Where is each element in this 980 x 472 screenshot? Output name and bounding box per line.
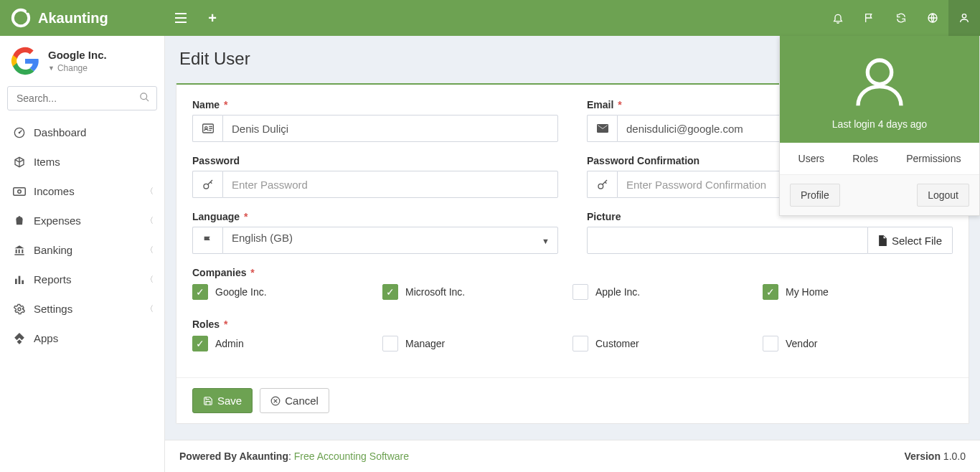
- key-icon: [587, 171, 617, 198]
- chevron-left-icon: 〈: [146, 215, 154, 226]
- bell-icon: [832, 12, 844, 24]
- notifications-button[interactable]: [822, 0, 854, 36]
- role-checkbox-vendor[interactable]: Vendor: [763, 336, 953, 351]
- language-label: Language *: [192, 211, 558, 222]
- sidebar-item-incomes[interactable]: Incomes〈: [0, 176, 164, 206]
- envelope-icon: [587, 115, 617, 142]
- svg-point-6: [962, 14, 966, 18]
- svg-rect-10: [14, 187, 26, 195]
- caret-down-icon: ▼: [48, 65, 55, 72]
- refresh-button[interactable]: [885, 0, 917, 36]
- checkbox-icon: ✓: [763, 284, 778, 300]
- profile-button[interactable]: Profile: [790, 184, 840, 207]
- menu-icon: [11, 156, 28, 168]
- company-checkbox-my-home[interactable]: ✓My Home: [763, 284, 953, 300]
- menu-icon: [11, 333, 28, 344]
- save-button[interactable]: Save: [192, 388, 253, 413]
- globe-icon: [927, 12, 938, 24]
- svg-point-18: [204, 184, 209, 189]
- sidebar-item-apps[interactable]: Apps: [0, 324, 164, 353]
- footer-link[interactable]: Free Accounting Software: [294, 450, 409, 462]
- svg-rect-14: [22, 280, 24, 283]
- plus-icon: +: [208, 10, 217, 27]
- name-input[interactable]: [222, 115, 558, 142]
- user-button[interactable]: [948, 0, 980, 36]
- cancel-button[interactable]: Cancel: [260, 388, 329, 413]
- menu-icon: [11, 127, 28, 138]
- svg-rect-3: [175, 17, 187, 19]
- flag-icon: [192, 227, 222, 254]
- footer: Powered By Akaunting: Free Accounting So…: [165, 440, 980, 472]
- svg-rect-2: [175, 13, 187, 14]
- sidebar-item-settings[interactable]: Settings〈: [0, 294, 164, 324]
- add-button[interactable]: +: [197, 0, 228, 36]
- menu-icon: [11, 187, 28, 197]
- sidebar-item-reports[interactable]: Reports〈: [0, 265, 164, 294]
- permissions-link[interactable]: Permissions: [906, 153, 961, 164]
- search-box: [7, 86, 157, 110]
- menu-toggle-button[interactable]: [165, 0, 197, 36]
- hamburger-icon: [175, 13, 187, 23]
- last-login-text: Last login 4 days ago: [787, 118, 972, 130]
- password-input[interactable]: [222, 171, 558, 198]
- svg-point-15: [18, 308, 21, 311]
- company-checkbox-google-inc-[interactable]: ✓Google Inc.: [192, 284, 382, 300]
- flag-button[interactable]: [854, 0, 885, 36]
- refresh-icon: [895, 12, 907, 24]
- menu-icon: [11, 245, 28, 256]
- sidebar-item-dashboard[interactable]: Dashboard: [0, 118, 164, 147]
- svg-rect-1: [27, 9, 29, 12]
- nav-right: [822, 0, 980, 36]
- globe-button[interactable]: [917, 0, 948, 36]
- menu-icon: [11, 303, 28, 315]
- user-icon: [958, 12, 970, 24]
- roles-link[interactable]: Roles: [852, 153, 878, 164]
- company-change[interactable]: ▼Change: [48, 63, 88, 73]
- chevron-left-icon: 〈: [146, 186, 154, 197]
- role-checkbox-manager[interactable]: Manager: [382, 336, 573, 351]
- svg-point-9: [19, 131, 21, 133]
- company-selector[interactable]: Google Inc. ▼Change: [0, 36, 164, 86]
- roles-label: Roles *: [192, 318, 953, 330]
- sidebar-item-items[interactable]: Items: [0, 147, 164, 176]
- role-checkbox-admin[interactable]: ✓Admin: [192, 336, 382, 351]
- svg-point-11: [18, 189, 22, 193]
- checkbox-icon: ✓: [192, 336, 208, 351]
- svg-point-7: [141, 93, 147, 100]
- picture-path: [587, 227, 868, 254]
- id-card-icon: [192, 115, 222, 142]
- select-file-button[interactable]: Select File: [868, 227, 953, 254]
- role-checkbox-customer[interactable]: Customer: [573, 336, 763, 351]
- users-link[interactable]: Users: [798, 153, 825, 164]
- flag-icon: [864, 12, 875, 24]
- svg-point-17: [204, 127, 207, 129]
- menu-icon: [11, 274, 28, 285]
- chevron-left-icon: 〈: [146, 245, 154, 255]
- checkbox-icon: [382, 336, 398, 351]
- user-avatar-icon: [851, 53, 908, 110]
- brand-text: Akaunting: [38, 10, 108, 27]
- company-name: Google Inc.: [48, 49, 107, 61]
- svg-rect-13: [19, 275, 21, 283]
- menu-icon: [11, 215, 28, 227]
- sidebar: Google Inc. ▼Change DashboardItemsIncome…: [0, 36, 165, 472]
- search-input[interactable]: [7, 86, 157, 110]
- company-checkbox-microsoft-inc-[interactable]: ✓Microsoft Inc.: [382, 284, 573, 300]
- sidebar-item-expenses[interactable]: Expenses〈: [0, 206, 164, 235]
- topbar: Akaunting +: [0, 0, 980, 36]
- logo-icon: [11, 8, 31, 28]
- sidebar-item-banking[interactable]: Banking〈: [0, 235, 164, 265]
- language-select[interactable]: English (GB): [222, 227, 558, 254]
- svg-rect-12: [15, 278, 17, 283]
- company-checkbox-apple-inc-[interactable]: Apple Inc.: [573, 284, 763, 300]
- search-icon[interactable]: [139, 92, 150, 105]
- sidebar-menu: DashboardItemsIncomes〈Expenses〈Banking〈R…: [0, 118, 164, 353]
- checkbox-icon: [763, 336, 778, 351]
- powered-by: Powered By Akaunting: [179, 450, 288, 462]
- logout-button[interactable]: Logout: [917, 184, 969, 207]
- cancel-icon: [270, 396, 281, 406]
- checkbox-icon: ✓: [192, 284, 208, 300]
- brand[interactable]: Akaunting: [0, 0, 165, 36]
- save-icon: [203, 396, 213, 406]
- svg-point-19: [598, 184, 603, 189]
